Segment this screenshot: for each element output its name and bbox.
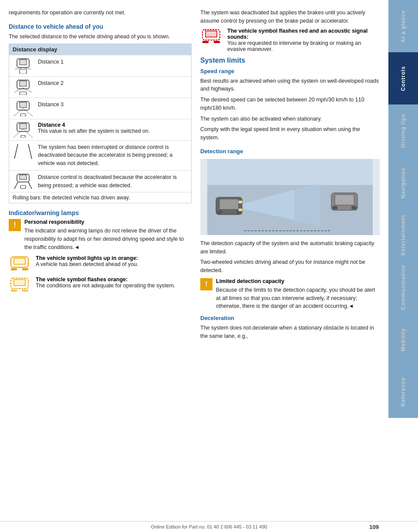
- svg-rect-6: [20, 81, 27, 86]
- main-content: requirements for operation are currently…: [0, 0, 388, 532]
- footer-text: Online Edition for Part no. 01 40 2 606 …: [151, 524, 267, 529]
- distance-table: Distance display D: [9, 44, 192, 204]
- distance-1-icon: [13, 58, 34, 74]
- speed-range-text4: Comply with the legal speed limit in eve…: [200, 125, 380, 142]
- distance-3-icon: [13, 101, 34, 116]
- speed-range-heading: Speed range: [200, 68, 380, 74]
- svg-line-17: [13, 129, 23, 138]
- vehicle-red-icon: [200, 28, 223, 46]
- svg-rect-30: [22, 268, 28, 270]
- right-intro: The system was deactivated but applies t…: [200, 9, 380, 25]
- sidebar-label-at-a-glance: At a glance: [400, 10, 406, 42]
- table-row: Distance 4 This value is set after the s…: [9, 119, 191, 140]
- detection-warning-title: Limited detection capacity: [216, 278, 380, 284]
- right-column: The system was deactivated but applies t…: [200, 9, 380, 515]
- svg-line-13: [23, 108, 33, 116]
- table-row: Distance control is deactivated because …: [9, 170, 191, 192]
- table-row: Distance 2: [9, 76, 191, 98]
- svg-rect-51: [332, 206, 337, 209]
- svg-rect-4: [20, 69, 27, 74]
- svg-rect-47: [239, 201, 242, 203]
- distance-4-label: Distance 4 This value is set after the s…: [38, 122, 150, 134]
- detection-warning-icon: !: [200, 278, 212, 290]
- distance-interrupted-label: The system has been interrupted or dista…: [38, 143, 188, 168]
- distance-4-icon: [13, 122, 34, 138]
- deceleration-text: The system does not decelerate when a st…: [200, 324, 380, 340]
- sidebar-label-controls: Controls: [400, 66, 406, 91]
- intro-text: requirements for operation are currently…: [9, 9, 192, 17]
- distance-heading: Distance to vehicle ahead of you: [9, 23, 192, 30]
- svg-rect-48: [239, 209, 242, 211]
- svg-rect-33: [11, 290, 17, 292]
- svg-rect-38: [214, 41, 220, 43]
- svg-rect-28: [14, 258, 25, 264]
- sidebar-tab-driving-tips[interactable]: Driving tips: [388, 104, 418, 157]
- vehicle-flashes-text: The vehicle symbol flashes orange: The c…: [36, 276, 175, 289]
- svg-rect-16: [20, 124, 27, 129]
- sidebar-label-communication: Communication: [400, 265, 406, 310]
- distance-2-icon: [13, 79, 34, 95]
- sidebar-tab-entertainment[interactable]: Entertainment: [388, 209, 418, 261]
- detection-warning-block: ! Limited detection capacity Because of …: [200, 278, 380, 310]
- detection-warning-text: Because of the limits to the detection c…: [216, 286, 380, 310]
- svg-rect-26: [20, 185, 26, 189]
- page-number: 109: [369, 524, 379, 530]
- rolling-bars-note: Rolling bars: the detected vehicle has d…: [9, 192, 191, 203]
- svg-rect-19: [21, 135, 25, 138]
- distance-1-label: Distance 1: [38, 58, 188, 66]
- sidebar-label-driving-tips: Driving tips: [400, 114, 406, 148]
- indicator-heading: Indicator/warning lamps: [9, 209, 192, 216]
- vehicle-flash-orange-icon: [9, 276, 31, 294]
- svg-line-20: [14, 144, 18, 159]
- sidebar-tab-communication[interactable]: Communication: [388, 261, 418, 313]
- svg-rect-45: [217, 210, 222, 214]
- svg-rect-34: [22, 290, 28, 292]
- distance-interrupted-icon: [13, 143, 34, 159]
- distance-3-label: Distance 3: [38, 101, 188, 109]
- vehicle-orange-icon: [9, 255, 31, 273]
- svg-rect-32: [14, 279, 25, 286]
- sidebar-label-mobility: Mobility: [400, 328, 406, 351]
- sidebar-label-entertainment: Entertainment: [400, 215, 406, 256]
- svg-rect-1: [20, 60, 27, 65]
- detection-text1: The detection capacity of the system and…: [200, 239, 380, 256]
- sidebar-tab-controls[interactable]: Controls: [388, 52, 418, 104]
- svg-rect-11: [20, 102, 27, 108]
- speed-range-text2: The desired speed can be selected betwee…: [200, 96, 380, 112]
- detection-range-heading: Detection range: [200, 148, 380, 155]
- warning-block: ! Personal responsibility The indicator …: [9, 219, 192, 251]
- svg-rect-37: [202, 41, 209, 43]
- table-row: Distance 1: [9, 55, 191, 76]
- sidebar-tab-reference[interactable]: Reference: [388, 366, 418, 418]
- vehicle-red-row: The vehicle symbol flashes red and an ac…: [200, 28, 380, 52]
- left-column: requirements for operation are currently…: [9, 9, 192, 515]
- speed-range-text3: The system can also be activated when st…: [200, 115, 380, 123]
- deceleration-heading: Deceleration: [200, 315, 380, 321]
- sidebar-label-reference: Reference: [400, 377, 406, 406]
- sidebar: At a glance Controls Driving tips Naviga…: [388, 0, 418, 532]
- distance-deactivated-icon: [13, 173, 34, 189]
- distance-table-header: Distance display: [9, 44, 191, 55]
- sidebar-tab-navigation[interactable]: Navigation: [388, 157, 418, 209]
- svg-line-25: [28, 182, 32, 189]
- svg-rect-9: [20, 92, 27, 95]
- detection-range-image: [200, 159, 380, 235]
- sidebar-tab-mobility[interactable]: Mobility: [388, 313, 418, 366]
- sidebar-label-navigation: Navigation: [400, 167, 406, 198]
- vehicle-flashes-row: The vehicle symbol flashes orange: The c…: [9, 276, 192, 294]
- distance-2-label: Distance 2: [38, 79, 188, 88]
- svg-rect-14: [20, 114, 26, 116]
- warning-title: Personal responsibility: [24, 219, 192, 225]
- sidebar-tab-at-a-glance[interactable]: At a glance: [388, 0, 418, 52]
- vehicle-lights-row: The vehicle symbol lights up in orange: …: [9, 255, 192, 273]
- warning-text: The indicator and warning lamps do not r…: [24, 227, 192, 251]
- svg-line-21: [28, 144, 32, 159]
- svg-rect-44: [219, 199, 239, 209]
- warning-triangle-icon: !: [9, 219, 21, 231]
- svg-rect-23: [20, 175, 27, 179]
- vehicle-red-text: The vehicle symbol flashes red and an ac…: [227, 28, 380, 52]
- svg-line-24: [14, 182, 18, 189]
- page-container: requirements for operation are currently…: [0, 0, 418, 532]
- system-limits-heading: System limits: [200, 57, 380, 64]
- detection-text2: Two-wheeled vehicles driving ahead of yo…: [200, 258, 380, 275]
